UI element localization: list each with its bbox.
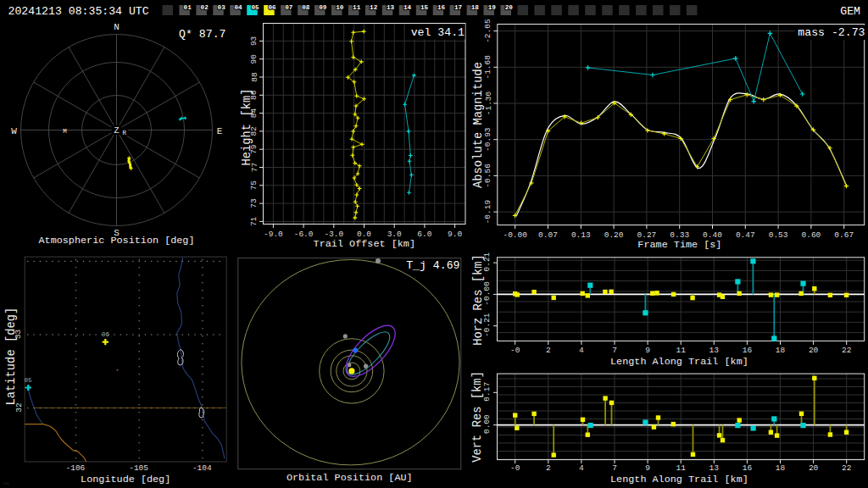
svg-text:90: 90 [250, 54, 259, 64]
svg-text:-0.56: -0.56 [484, 164, 493, 188]
svg-text:13: 13 [709, 346, 720, 355]
svg-text:Frame Time [s]: Frame Time [s] [637, 239, 721, 251]
svg-text:-105: -105 [129, 463, 148, 473]
svg-text:75: 75 [250, 180, 259, 191]
svg-text:14: 14 [403, 4, 412, 11]
svg-text:17: 17 [454, 4, 463, 11]
svg-text:4: 4 [579, 346, 584, 355]
svg-text:Longitude [deg]: Longitude [deg] [81, 474, 170, 485]
svg-text:07: 07 [285, 4, 293, 11]
svg-text:Orbital Position [AU]: Orbital Position [AU] [287, 472, 413, 484]
svg-text:11: 11 [676, 463, 686, 473]
svg-text:18: 18 [776, 463, 786, 473]
svg-text:03: 03 [218, 4, 226, 11]
svg-text:-0: -0 [510, 346, 520, 355]
svg-text:Q* 87.7: Q* 87.7 [179, 28, 225, 41]
svg-text:N: N [114, 22, 120, 32]
svg-text:16: 16 [743, 463, 753, 473]
svg-text:Vert Res [km]: Vert Res [km] [472, 371, 485, 463]
svg-text:7: 7 [612, 463, 617, 473]
svg-text:Z: Z [114, 126, 119, 136]
svg-text:09: 09 [319, 4, 327, 11]
svg-text:7: 7 [612, 346, 617, 355]
svg-text:06: 06 [102, 331, 110, 338]
svg-text:08: 08 [302, 4, 310, 11]
svg-text:22: 22 [842, 346, 852, 355]
svg-text:Height [km]: Height [km] [241, 88, 253, 165]
svg-text:-104: -104 [192, 463, 212, 473]
svg-text:15: 15 [420, 4, 429, 11]
svg-text:T_j 4.69: T_j 4.69 [406, 259, 459, 272]
svg-text:20: 20 [809, 346, 819, 355]
svg-text:9: 9 [645, 463, 650, 473]
svg-text:93: 93 [250, 36, 259, 46]
svg-text:2: 2 [546, 346, 551, 355]
svg-text:04: 04 [235, 4, 243, 11]
svg-text:2: 2 [546, 463, 551, 473]
svg-text:16: 16 [437, 4, 446, 11]
svg-text:-0.19: -0.19 [484, 200, 493, 225]
svg-text:mw: mw [3, 480, 10, 486]
svg-text:Latitude [deg]: Latitude [deg] [5, 308, 18, 406]
svg-text:-6.0: -6.0 [294, 230, 314, 239]
svg-text:13: 13 [387, 4, 395, 11]
svg-text:0.20: 0.20 [604, 230, 624, 240]
svg-text:0.60: 0.60 [801, 230, 821, 240]
svg-text:0.07: 0.07 [538, 230, 558, 240]
svg-text:9: 9 [645, 346, 650, 355]
svg-text:18: 18 [776, 346, 786, 355]
svg-text:20: 20 [809, 463, 819, 473]
svg-text:-9.0: -9.0 [264, 230, 283, 239]
svg-text:-1.30: -1.30 [484, 91, 493, 115]
svg-text:Length Along Trail [km]: Length Along Trail [km] [610, 474, 748, 485]
svg-text:0.13: 0.13 [571, 230, 591, 240]
svg-text:05: 05 [251, 4, 259, 11]
svg-text:GEM: GEM [840, 5, 860, 18]
svg-text:73: 73 [250, 198, 259, 208]
svg-text:-0: -0 [510, 463, 520, 473]
svg-text:4: 4 [579, 463, 584, 473]
svg-text:W: W [11, 126, 17, 136]
svg-text:-0.00: -0.00 [503, 230, 527, 240]
svg-text:M: M [63, 128, 67, 135]
svg-text:-106: -106 [65, 463, 85, 473]
svg-text:02: 02 [201, 4, 209, 11]
svg-text:22: 22 [842, 463, 852, 473]
svg-text:20241213 08:35:34 UTC: 20241213 08:35:34 UTC [8, 5, 149, 18]
svg-text:6.0: 6.0 [417, 230, 431, 239]
svg-text:16: 16 [743, 346, 753, 355]
svg-text:Atmospheric Position [deg]: Atmospheric Position [deg] [38, 235, 194, 247]
svg-text:mass -2.73: mass -2.73 [798, 26, 865, 39]
svg-text:10: 10 [336, 4, 344, 11]
svg-text:06: 06 [268, 4, 276, 11]
svg-text:19: 19 [488, 4, 497, 11]
svg-text:0.67: 0.67 [834, 230, 854, 240]
svg-text:Trail Offset [km]: Trail Offset [km] [314, 238, 415, 250]
svg-text:Horz Res [km]: Horz Res [km] [472, 254, 485, 346]
svg-text:01: 01 [184, 4, 192, 11]
svg-text:R: R [123, 130, 127, 136]
svg-text:E: E [217, 126, 223, 136]
svg-text:-2.05: -2.05 [484, 19, 493, 43]
svg-text:11: 11 [353, 4, 361, 11]
svg-text:20: 20 [505, 4, 514, 11]
svg-text:-0.93: -0.93 [484, 127, 493, 152]
svg-text:0.53: 0.53 [769, 230, 788, 240]
svg-text:0.47: 0.47 [736, 230, 755, 240]
svg-text:Absolute Magnitude: Absolute Magnitude [472, 62, 485, 188]
svg-text:05: 05 [24, 377, 32, 384]
svg-text:88: 88 [250, 72, 259, 82]
svg-text:71: 71 [250, 216, 259, 226]
svg-text:-1.68: -1.68 [484, 55, 493, 80]
svg-text:18: 18 [471, 4, 480, 11]
svg-text:11: 11 [676, 346, 686, 355]
svg-text:Length Along Trail [km]: Length Along Trail [km] [610, 356, 748, 368]
svg-text:13: 13 [709, 463, 720, 473]
svg-text:12: 12 [370, 4, 378, 11]
svg-text:vel 34.1: vel 34.1 [411, 26, 465, 39]
svg-text:9.0: 9.0 [448, 230, 462, 239]
